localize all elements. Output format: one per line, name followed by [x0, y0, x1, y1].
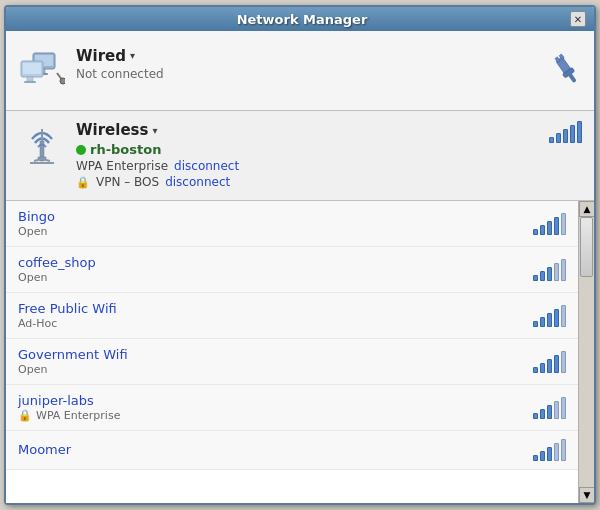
svg-rect-5 — [23, 63, 41, 74]
network-type: Ad-Hoc — [18, 317, 117, 330]
titlebar: Network Manager ✕ — [6, 7, 594, 31]
signal-icon — [533, 305, 566, 327]
svg-point-9 — [60, 78, 65, 84]
window-title: Network Manager — [34, 12, 570, 27]
vpn-lock-icon: 🔒 — [76, 176, 90, 189]
svg-rect-7 — [24, 81, 36, 83]
vpn-disconnect-link[interactable]: disconnect — [165, 175, 230, 189]
network-list: Bingo Open coffee_shop Open — [6, 201, 578, 503]
wireless-info: Wireless ▾ rh-boston WPA Enterprise disc… — [76, 121, 239, 189]
scrollbar: ▲ ▼ — [578, 201, 594, 503]
wireless-dropdown-arrow: ▾ — [152, 125, 157, 136]
connected-indicator — [76, 145, 86, 155]
svg-line-14 — [570, 75, 574, 81]
signal-icon — [533, 213, 566, 235]
signal-icon — [533, 259, 566, 281]
network-manager-window: Network Manager ✕ — [4, 5, 596, 505]
network-type-row: 🔒 WPA Enterprise — [18, 409, 120, 422]
network-type: Open — [18, 225, 55, 238]
network-name: Bingo — [18, 209, 55, 224]
network-type: Open — [18, 363, 128, 376]
network-name: Government Wifi — [18, 347, 128, 362]
svg-rect-6 — [27, 77, 33, 81]
network-name: Free Public Wifi — [18, 301, 117, 316]
wpa-row: WPA Enterprise disconnect — [76, 159, 239, 173]
wireless-section: Wireless ▾ rh-boston WPA Enterprise disc… — [6, 111, 594, 201]
wired-monitors-svg — [19, 51, 65, 91]
network-name: Moomer — [18, 442, 71, 457]
signal-icon — [533, 351, 566, 373]
wireless-icon — [18, 121, 66, 169]
close-button[interactable]: ✕ — [570, 11, 586, 27]
network-item-government-wifi[interactable]: Government Wifi Open — [6, 339, 578, 385]
scroll-track — [579, 217, 594, 487]
wired-info: Wired ▾ Not connected — [76, 47, 164, 81]
network-item-moomer[interactable]: Moomer — [6, 431, 578, 470]
vpn-row: 🔒 VPN – BOS disconnect — [76, 175, 239, 189]
wpa-disconnect-link[interactable]: disconnect — [174, 159, 239, 173]
network-item-bingo[interactable]: Bingo Open — [6, 201, 578, 247]
network-type: Open — [18, 271, 96, 284]
signal-icon — [533, 439, 566, 461]
wired-left: Wired ▾ Not connected — [18, 47, 164, 95]
network-name: coffee_shop — [18, 255, 96, 270]
network-list-container: Bingo Open coffee_shop Open — [6, 201, 594, 503]
lock-icon: 🔒 — [18, 409, 32, 422]
wired-dropdown-arrow: ▾ — [130, 50, 135, 61]
wired-plugin-icon — [550, 53, 582, 88]
wired-title[interactable]: Wired ▾ — [76, 47, 164, 65]
wired-status: Not connected — [76, 67, 164, 81]
svg-rect-12 — [555, 57, 560, 63]
network-item-free-public-wifi[interactable]: Free Public Wifi Ad-Hoc — [6, 293, 578, 339]
wireless-title[interactable]: Wireless ▾ — [76, 121, 239, 139]
network-item-coffee-shop[interactable]: coffee_shop Open — [6, 247, 578, 293]
scroll-thumb[interactable] — [580, 217, 593, 277]
network-item-juniper-labs[interactable]: juniper-labs 🔒 WPA Enterprise — [6, 385, 578, 431]
network-type: WPA Enterprise — [36, 409, 120, 422]
scroll-down-button[interactable]: ▼ — [579, 487, 594, 503]
scroll-up-button[interactable]: ▲ — [579, 201, 594, 217]
network-name: juniper-labs — [18, 393, 120, 408]
signal-icon — [533, 397, 566, 419]
wired-section: Wired ▾ Not connected — [6, 31, 594, 111]
wireless-left: Wireless ▾ rh-boston WPA Enterprise disc… — [18, 121, 239, 189]
wired-icon — [18, 47, 66, 95]
wireless-signal-icon — [549, 121, 582, 143]
connected-network-name: rh-boston — [76, 142, 239, 157]
